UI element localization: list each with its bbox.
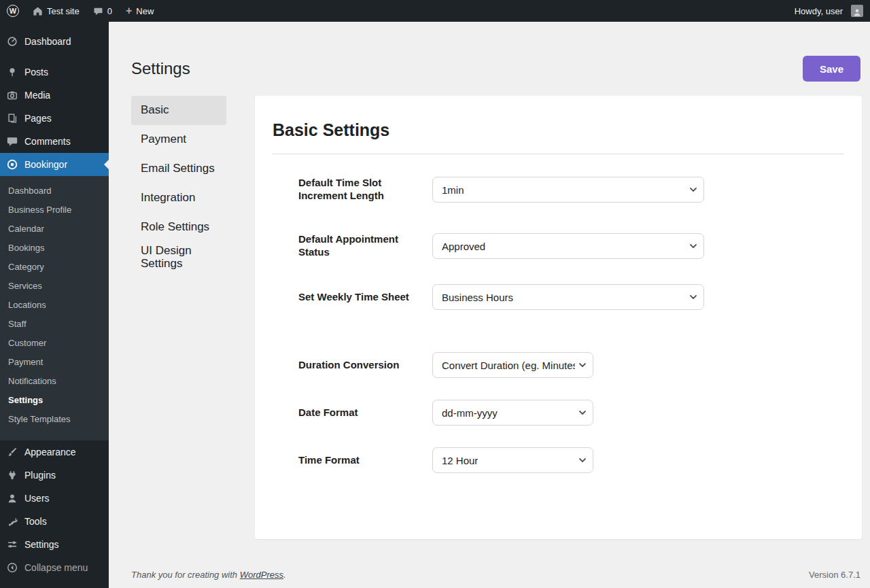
default-time-slot-select[interactable]: 1min [432, 177, 704, 203]
settings-nav-email-settings[interactable]: Email Settings [131, 154, 226, 184]
comment-bubble-icon [5, 135, 19, 148]
pin-icon [5, 65, 19, 79]
footer-thanks-prefix: Thank you for creating with [131, 570, 240, 580]
submenu-item-customer[interactable]: Customer [0, 333, 109, 352]
submenu-item-dashboard[interactable]: Dashboard [0, 181, 109, 200]
select-value: Convert Duration (eg. Minutes [442, 360, 575, 371]
select-value: 12 Hour [442, 455, 478, 466]
card-title: Basic Settings [273, 120, 844, 140]
submenu-item-business-profile[interactable]: Business Profile [0, 200, 109, 219]
settings-nav-payment[interactable]: Payment [131, 125, 226, 154]
wordpress-menu[interactable]: W [0, 0, 26, 22]
submenu-item-staff[interactable]: Staff [0, 314, 109, 333]
brush-icon [5, 445, 19, 459]
comment-bubble-icon [93, 6, 103, 16]
sidebar-item-label: Users [24, 493, 50, 504]
sliders-icon [5, 538, 19, 551]
site-name: Test site [47, 6, 80, 16]
sidebar-item-label: Plugins [24, 470, 56, 481]
sidebar-item-label: Media [24, 90, 50, 101]
select-value: Approved [442, 241, 485, 252]
comments-shortcut[interactable]: 0 [86, 0, 119, 22]
submenu-item-notifications[interactable]: Notifications [0, 371, 109, 390]
bookingor-logo-icon [5, 158, 19, 171]
submenu-item-style-templates[interactable]: Style Templates [0, 409, 109, 428]
submenu-item-locations[interactable]: Locations [0, 295, 109, 314]
collapse-arrow-icon [5, 561, 19, 574]
wordpress-logo-icon: W [7, 5, 19, 17]
submenu-item-settings[interactable]: Settings [0, 390, 109, 409]
avatar [851, 5, 863, 17]
sidebar-item-label: Comments [24, 136, 71, 147]
settings-nav-role-settings[interactable]: Role Settings [131, 213, 226, 242]
select-value: dd-mm-yyyy [442, 407, 498, 419]
sidebar-item-comments[interactable]: Comments [0, 130, 109, 153]
sidebar-item-label: Pages [24, 113, 52, 124]
footer-version: Version 6.7.1 [809, 570, 860, 580]
wordpress-link[interactable]: WordPress [240, 570, 283, 580]
new-content-menu[interactable]: + New [119, 0, 160, 22]
chevron-down-icon [577, 360, 588, 370]
settings-nav: Basic Payment Email Settings Integration… [131, 96, 226, 539]
collapse-menu-button[interactable]: Collapse menu [0, 556, 109, 579]
divider [273, 154, 844, 154]
time-format-select[interactable]: 12 Hour [432, 447, 593, 473]
settings-nav-basic[interactable]: Basic [131, 96, 226, 125]
chevron-down-icon [688, 241, 699, 252]
sidebar-item-bookingor[interactable]: Bookingor [0, 153, 109, 176]
sidebar-item-appearance[interactable]: Appearance [0, 440, 109, 464]
submenu-item-calendar[interactable]: Calendar [0, 219, 109, 238]
settings-nav-integration[interactable]: Integration [131, 184, 226, 213]
sidebar-item-plugins[interactable]: Plugins [0, 464, 109, 487]
sidebar-item-label: Collapse menu [24, 562, 88, 573]
duration-conversion-select[interactable]: Convert Duration (eg. Minutes [432, 352, 593, 378]
chevron-down-icon [577, 407, 588, 418]
plus-icon: + [126, 5, 132, 16]
sidebar-item-settings[interactable]: Settings [0, 533, 109, 556]
howdy-text: Howdy, user [795, 6, 843, 16]
pages-icon [5, 111, 19, 125]
sidebar-item-tools[interactable]: Tools [0, 510, 109, 533]
save-button[interactable]: Save [803, 56, 860, 82]
sidebar-item-pages[interactable]: Pages [0, 107, 109, 130]
date-format-select[interactable]: dd-mm-yyyy [432, 400, 593, 426]
basic-settings-card: Basic Settings Default Time Slot Increme… [255, 96, 862, 539]
wrench-icon [5, 515, 19, 528]
field-label-date-format: Date Format [298, 407, 432, 419]
sidebar-item-posts[interactable]: Posts [0, 60, 109, 84]
select-value: 1min [442, 184, 464, 196]
sidebar-item-dashboard[interactable]: Dashboard [0, 30, 109, 53]
submenu-item-category[interactable]: Category [0, 257, 109, 276]
page-title: Settings [131, 59, 190, 78]
admin-bar: W Test site 0 + New Howdy, user [0, 0, 870, 22]
comments-count: 0 [107, 6, 112, 16]
sidebar-item-label: Dashboard [24, 36, 71, 47]
sidebar-item-label: Appearance [24, 447, 76, 457]
account-menu[interactable]: Howdy, user [788, 0, 870, 22]
submenu-item-payment[interactable]: Payment [0, 352, 109, 371]
select-value: Business Hours [442, 292, 513, 303]
user-icon [5, 491, 19, 505]
site-link[interactable]: Test site [26, 0, 86, 22]
submenu-item-services[interactable]: Services [0, 276, 109, 295]
settings-nav-ui-design-settings[interactable]: UI Design Settings [131, 242, 226, 273]
sidebar-item-label: Posts [24, 67, 48, 77]
sidebar-item-label: Settings [24, 539, 59, 550]
default-appointment-status-select[interactable]: Approved [432, 233, 704, 259]
field-label-time-format: Time Format [298, 454, 432, 467]
home-icon [33, 6, 43, 16]
dashboard-icon [5, 35, 19, 48]
submenu-item-bookings[interactable]: Bookings [0, 238, 109, 257]
sidebar-item-label: Tools [24, 516, 47, 527]
sidebar-item-media[interactable]: Media [0, 84, 109, 107]
main-content: Settings Save Basic Payment Email Settin… [109, 0, 870, 580]
footer-thanks-suffix: . [283, 570, 286, 580]
admin-sidebar: Dashboard Posts Media Pages Comments Boo… [0, 22, 109, 588]
chevron-down-icon [688, 292, 699, 302]
sidebar-item-label: Bookingor [24, 159, 67, 170]
weekly-time-sheet-select[interactable]: Business Hours [432, 284, 704, 310]
plug-icon [5, 468, 19, 482]
field-label-duration-conversion: Duration Conversion [298, 359, 432, 372]
sidebar-item-users[interactable]: Users [0, 487, 109, 510]
bookingor-submenu: Dashboard Business Profile Calendar Book… [0, 176, 109, 440]
